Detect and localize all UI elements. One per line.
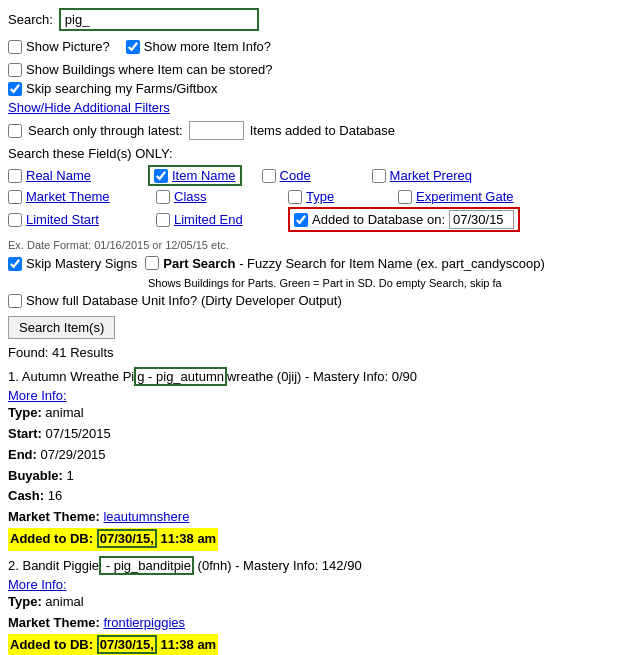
skip-farms-row: Skip searching my Farms/Giftbox — [8, 81, 613, 96]
search-latest-label-before: Search only through latest: — [28, 123, 183, 138]
db-unit-label: Show full Database Unit Info? (Dirty Dev… — [26, 293, 342, 308]
options-row1: Show Picture? Show more Item Info? — [8, 39, 613, 58]
result-name-highlight-1: g - pig_autumn — [134, 367, 227, 386]
result-number-1: 1. — [8, 369, 19, 384]
result-number-2: 2. — [8, 558, 19, 573]
added-to-db-date-input[interactable] — [449, 210, 514, 229]
info-block-2: Type: animal Market Theme: frontierpiggi… — [8, 592, 613, 655]
market-theme-label[interactable]: Market Theme — [26, 189, 110, 204]
show-buildings-row: Show Buildings where Item can be stored? — [8, 62, 613, 77]
fields-section-label: Search these Field(s) ONLY: — [8, 146, 613, 161]
result-name-highlight-2: - pig_banditpie — [99, 556, 194, 575]
date-format-note: Ex. Date Format: 01/16/2015 or 12/05/15 … — [8, 239, 613, 251]
search-latest-label-after: Items added to Database — [250, 123, 395, 138]
class-checkbox[interactable] — [156, 190, 170, 204]
skip-farms-label: Skip searching my Farms/Giftbox — [26, 81, 217, 96]
skip-farms-checkbox[interactable] — [8, 82, 22, 96]
code-checkbox[interactable] — [262, 169, 276, 183]
added-to-db-checkbox[interactable] — [294, 213, 308, 227]
type-checkbox[interactable] — [288, 190, 302, 204]
limited-start-checkbox[interactable] — [8, 213, 22, 227]
market-prereq-label[interactable]: Market Prereq — [390, 168, 472, 183]
added-to-db-label: Added to Database on: — [312, 212, 445, 227]
result-title-2: 2. Bandit Piggie - pig_banditpie (0fnh) … — [8, 557, 613, 575]
real-name-checkbox[interactable] — [8, 169, 22, 183]
result-item-1: 1. Autumn Wreathe Pig - pig_autumnwreath… — [8, 368, 613, 551]
search-bar-row: Search: — [8, 8, 613, 31]
show-picture-checkbox[interactable] — [8, 40, 22, 54]
added-db-date-highlight-1: 07/30/15, — [97, 529, 157, 548]
search-button[interactable]: Search Item(s) — [8, 316, 115, 339]
item-name-checkbox[interactable] — [154, 169, 168, 183]
part-search-checkbox[interactable] — [145, 256, 159, 270]
show-more-info-row: Show more Item Info? — [126, 39, 271, 54]
market-theme-link-1[interactable]: leautumnshere — [103, 509, 189, 524]
type-label[interactable]: Type — [306, 189, 334, 204]
class-label[interactable]: Class — [174, 189, 207, 204]
market-theme-checkbox[interactable] — [8, 190, 22, 204]
show-more-info-label: Show more Item Info? — [144, 39, 271, 54]
show-more-info-checkbox[interactable] — [126, 40, 140, 54]
show-picture-row: Show Picture? — [8, 39, 110, 54]
show-picture-label: Show Picture? — [26, 39, 110, 54]
search-latest-checkbox[interactable] — [8, 124, 22, 138]
result-name-before-1: Autumn Wreathe Pi — [22, 369, 134, 384]
more-info-link-1: More Info: — [8, 388, 613, 403]
limited-end-checkbox[interactable] — [156, 213, 170, 227]
skip-mastery-checkbox[interactable] — [8, 257, 22, 271]
part-search-label: Part Search — [163, 256, 235, 271]
search-latest-row: Search only through latest: Items added … — [8, 121, 613, 140]
result-name-before-2: Bandit Piggie — [22, 558, 99, 573]
market-theme-link-2[interactable]: frontierpiggies — [103, 615, 185, 630]
fields-section: Search these Field(s) ONLY: Real Name It… — [8, 146, 613, 235]
experiment-gate-label[interactable]: Experiment Gate — [416, 189, 514, 204]
search-input[interactable] — [59, 8, 259, 31]
market-prereq-checkbox[interactable] — [372, 169, 386, 183]
added-db-2: Added to DB: 07/30/15, 11:38 am — [8, 634, 218, 655]
added-db-1: Added to DB: 07/30/15, 11:38 am — [8, 528, 218, 551]
real-name-label[interactable]: Real Name — [26, 168, 91, 183]
db-unit-row: Show full Database Unit Info? (Dirty Dev… — [8, 293, 613, 308]
result-name-after-1: wreathe (0jij) - Mastery Info: 0/90 — [227, 369, 417, 384]
db-unit-checkbox[interactable] — [8, 294, 22, 308]
show-buildings-checkbox[interactable] — [8, 63, 22, 77]
show-hide-filters-link[interactable]: Show/Hide Additional Filters — [8, 100, 613, 115]
more-info-link-2: More Info: — [8, 577, 613, 592]
show-buildings-label: Show Buildings where Item can be stored? — [26, 62, 272, 77]
skip-mastery-row: Skip Mastery Signs — [8, 256, 137, 271]
info-block-1: Type: animal Start: 07/15/2015 End: 07/2… — [8, 403, 613, 551]
result-title-1: 1. Autumn Wreathe Pig - pig_autumnwreath… — [8, 368, 613, 386]
item-name-label[interactable]: Item Name — [172, 168, 236, 183]
result-name-after-2: (0fnh) - Mastery Info: 142/90 — [194, 558, 362, 573]
results-count: Found: 41 Results — [8, 345, 613, 360]
search-label: Search: — [8, 12, 53, 27]
added-db-date-highlight-2: 07/30/15, — [97, 635, 157, 654]
limited-end-label[interactable]: Limited End — [174, 212, 243, 227]
part-search-description: - Fuzzy Search for Item Name (ex. part_c… — [239, 256, 545, 271]
limited-start-label[interactable]: Limited Start — [26, 212, 99, 227]
experiment-gate-checkbox[interactable] — [398, 190, 412, 204]
result-item-2: 2. Bandit Piggie - pig_banditpie (0fnh) … — [8, 557, 613, 655]
skip-mastery-label: Skip Mastery Signs — [26, 256, 137, 271]
code-label[interactable]: Code — [280, 168, 311, 183]
part-search-note: Shows Buildings for Parts. Green = Part … — [8, 277, 613, 289]
latest-count-input[interactable] — [189, 121, 244, 140]
